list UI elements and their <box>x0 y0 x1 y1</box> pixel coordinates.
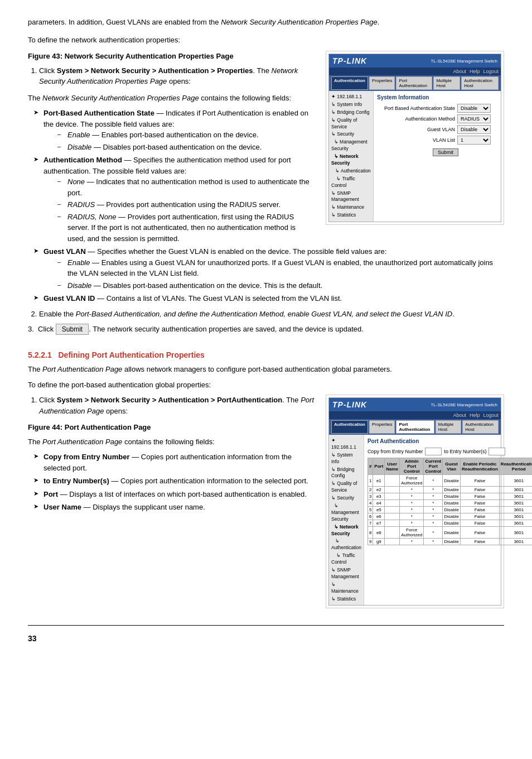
sidebar2-net-sec[interactable]: ↳ Network Security <box>330 523 362 538</box>
section521-desc: The Port Authentication Page allows netw… <box>28 364 504 375</box>
nav-logout-1[interactable]: Logout <box>483 69 499 74</box>
intro-paragraph: parameters. In addition, Guest VLANs are… <box>28 17 504 28</box>
step2-italic: Port-Based Authentication, and define th… <box>76 310 452 318</box>
page-number: 33 <box>28 634 37 643</box>
pf-to-entry-name: to Entry Number(s) <box>43 477 109 485</box>
fields-list: Port-Based Authentication State — Indica… <box>33 108 504 304</box>
device-main-title-2: Port Authentication <box>367 438 532 444</box>
tab-port-auth-2[interactable]: Port Authentication <box>396 420 434 434</box>
port-auth-intro: To define the port-based authentication … <box>28 380 504 391</box>
port-step1-end: opens: <box>104 407 128 415</box>
s521-italic: Port Authentication Page <box>42 365 122 373</box>
submit-reference-btn[interactable]: Submit <box>56 324 89 335</box>
sidebar2-192[interactable]: ✦ 192.168.1.1 <box>330 437 362 451</box>
field-gv-desc: — Specifies whether the Guest VLAN is en… <box>88 247 386 256</box>
port-fields-list: Copy from Entry Number — Copies port aut… <box>33 451 504 513</box>
section-44: TP-LINK TL-SL5428E Management Switch Abo… <box>28 395 504 614</box>
table-row: 6e6**DisableFalse3601Initialize <box>367 513 532 520</box>
step1-end: opens: <box>167 77 191 85</box>
field-pba-name: Port-Based Authentication State <box>43 109 154 117</box>
device-nav-1: About Help Logout <box>329 68 501 75</box>
sidebar2-maintenance[interactable]: ↳ Maintenance <box>330 581 362 595</box>
sidebar2-snmp[interactable]: ↳ SNMP Management <box>330 566 362 581</box>
field-am-name: Authentication Method <box>43 156 122 164</box>
tab-auth-2[interactable]: Authentication <box>331 420 368 434</box>
field-pba: Port-Based Authentication State — Indica… <box>33 108 504 152</box>
step-2: Enable the Port-Based Authentication, an… <box>39 309 504 320</box>
tab-properties-1[interactable]: Properties <box>369 76 395 90</box>
section-521-title: Defining Port Authentication Properties <box>59 350 205 359</box>
field-gvid-name: Guest VLAN ID <box>43 294 95 302</box>
s521-after: allows network managers to configure por… <box>122 365 391 373</box>
step3-text: 3. Click <box>28 325 56 333</box>
am-radius-none: RADIUS, None — Provides port authenticat… <box>57 212 504 244</box>
nav-logout-2[interactable]: Logout <box>483 412 499 418</box>
s521-before: The <box>28 365 42 373</box>
section-521-number: 5.2.2.1 <box>28 350 52 359</box>
intro-italic: Network Security Authentication Properti… <box>221 18 378 26</box>
sidebar2-stats[interactable]: ↳ Statistics <box>330 595 362 603</box>
device-title-1: TL-SL5428E Management Switch <box>431 59 497 64</box>
nav-help-2[interactable]: Help <box>470 412 480 418</box>
field-gv-name: Guest VLAN <box>43 247 86 256</box>
tab-bar-1: Authentication Properties Port Authentic… <box>329 75 501 91</box>
device-title-2: TL-SL5428E Management Switch <box>431 402 497 407</box>
device-header-2: TP-LINK TL-SL5428E Management Switch <box>329 398 501 411</box>
step3-after: . The network security authentication pr… <box>89 325 364 333</box>
intro-text: parameters. In addition, Guest VLANs are… <box>28 18 221 26</box>
section-521-heading: 5.2.2.1 Defining Port Authentication Pro… <box>28 350 504 359</box>
tab-auth-host-1[interactable]: Authentication Host <box>461 76 499 90</box>
nav-about-2[interactable]: About <box>453 412 466 418</box>
pf-username-desc: — Displays the supplicant user name. <box>84 503 205 511</box>
port-step1-bold: System > Network Security > Authenticati… <box>57 396 282 404</box>
am-sub-list: None — Indicates that no authentication … <box>57 176 504 244</box>
pf-to-entry-desc: — Copies port authentication information… <box>111 477 308 485</box>
props-text-before: The <box>28 94 42 102</box>
tab-multi-host-2[interactable]: Multiple Host <box>436 420 461 434</box>
sidebar2-traffic[interactable]: ↳ Traffic Control <box>330 552 362 566</box>
tp-link-logo-2: TP-LINK <box>332 400 367 409</box>
field-gvid-desc: — Contains a list of VLANs. The Guest VL… <box>97 294 342 302</box>
am-radius: RADIUS — Provides port authentication us… <box>57 199 504 210</box>
gv-enable: Enable — Enables using a Guest VLAN for … <box>57 257 504 279</box>
intro-end: . <box>378 18 380 26</box>
step-intro: To define the network authentication pro… <box>28 35 504 46</box>
pf-username-name: User Name <box>43 503 81 511</box>
field-guest-vlan-id: Guest VLAN ID — Contains a list of VLANs… <box>33 293 504 304</box>
nav-help-1[interactable]: Help <box>470 69 480 74</box>
tab-multi-host-1[interactable]: Multiple Host <box>433 76 460 90</box>
gv-sub-list: Enable — Enables using a Guest VLAN for … <box>57 257 504 291</box>
section-43: TP-LINK TL-SL5428E Management Switch Abo… <box>28 51 504 340</box>
tab-auth-1[interactable]: Authentication <box>331 76 368 90</box>
pa-after: contains the following fields: <box>122 438 214 446</box>
pa-before: The <box>28 438 42 446</box>
port-field-copy-from: Copy from Entry Number — Copies port aut… <box>33 451 504 473</box>
step1-text: Click <box>39 66 57 75</box>
pf-copy-from-name: Copy from Entry Number <box>43 453 130 461</box>
nav-about-1[interactable]: About <box>453 69 466 74</box>
page-footer: 33 <box>28 625 504 643</box>
port-field-username: User Name — Displays the supplicant user… <box>33 502 504 513</box>
am-none: None — Indicates that no authentication … <box>57 176 504 198</box>
device-nav-2: About Help Logout <box>329 411 501 419</box>
tab-auth-host-2[interactable]: Authentication Host <box>462 420 499 434</box>
table-row: 9g9**DisableFalse3601Initialize <box>367 539 532 545</box>
port-step1-mid: . The <box>282 396 301 404</box>
device-header-1: TP-LINK TL-SL5428E Management Switch <box>329 54 501 68</box>
table-row: 8e8Force Authorized*DisableFalse3601Forc… <box>367 527 532 539</box>
port-step1-text: Click <box>39 396 57 404</box>
step-3: 3. Click Submit. The network security au… <box>28 324 504 335</box>
table-row: 7e7**DisableFalse3601Initialize <box>367 520 532 527</box>
pf-port-desc: — Displays a list of interfaces on which… <box>60 490 307 498</box>
pba-disable: Disable — Disables port-based authentica… <box>57 142 504 153</box>
sidebar-192[interactable]: ✦ 192.168.1.1 <box>330 93 372 101</box>
tab-port-auth-1[interactable]: Port Authentication <box>396 76 432 90</box>
tab-bar-2: Authentication Properties Port Authentic… <box>329 419 501 435</box>
step1-bold: System > Network Security > Authenticati… <box>57 66 253 75</box>
tab-properties-2[interactable]: Properties <box>369 420 395 434</box>
step2-end: . <box>452 310 454 318</box>
sidebar2-auth[interactable]: ↳ Authentication <box>330 537 362 552</box>
device-main-title-1: System Information <box>377 94 497 100</box>
props-text-after: contains the following fields: <box>199 94 291 102</box>
pba-sub-list: Enable — Enables port-based authenticati… <box>57 129 504 152</box>
